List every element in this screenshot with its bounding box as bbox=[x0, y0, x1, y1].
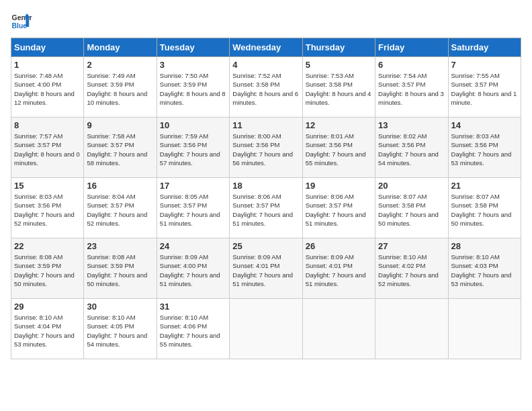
day-cell: 19 Sunrise: 8:06 AM Sunset: 3:57 PM Dayl… bbox=[302, 178, 375, 238]
sunrise-label: Sunrise: 7:55 AM bbox=[451, 72, 500, 79]
sunrise-label: Sunrise: 8:04 AM bbox=[87, 193, 135, 200]
daylight-label: Daylight: 7 hours and 58 minutes. bbox=[87, 150, 147, 167]
day-cell: 26 Sunrise: 8:09 AM Sunset: 4:01 PM Dayl… bbox=[302, 238, 375, 299]
day-cell: 6 Sunrise: 7:54 AM Sunset: 3:57 PM Dayli… bbox=[375, 57, 448, 118]
day-cell: 13 Sunrise: 8:02 AM Sunset: 3:56 PM Dayl… bbox=[375, 118, 448, 178]
day-number: 12 bbox=[306, 120, 372, 130]
sunrise-label: Sunrise: 8:10 AM bbox=[451, 253, 500, 261]
column-header-saturday: Saturday bbox=[448, 38, 521, 57]
daylight-label: Daylight: 8 hours and 12 minutes. bbox=[14, 90, 75, 106]
sunset-label: Sunset: 4:02 PM bbox=[378, 262, 425, 269]
sunset-label: Sunset: 3:57 PM bbox=[160, 201, 207, 209]
daylight-label: Daylight: 7 hours and 51 minutes. bbox=[232, 211, 293, 227]
day-cell: 1 Sunrise: 7:48 AM Sunset: 4:00 PM Dayli… bbox=[11, 57, 84, 118]
daylight-label: Daylight: 7 hours and 54 minutes. bbox=[87, 332, 147, 348]
day-cell: 20 Sunrise: 8:07 AM Sunset: 3:58 PM Dayl… bbox=[375, 178, 448, 238]
day-cell: 22 Sunrise: 8:08 AM Sunset: 3:59 PM Dayl… bbox=[11, 238, 84, 299]
day-cell: 24 Sunrise: 8:09 AM Sunset: 4:00 PM Dayl… bbox=[157, 238, 229, 299]
day-number: 14 bbox=[451, 120, 518, 130]
daylight-label: Daylight: 7 hours and 57 minutes. bbox=[160, 150, 220, 167]
daylight-label: Daylight: 8 hours and 3 minutes. bbox=[378, 90, 444, 106]
day-cell: 4 Sunrise: 7:52 AM Sunset: 3:58 PM Dayli… bbox=[230, 57, 302, 118]
day-cell: 31 Sunrise: 8:10 AM Sunset: 4:06 PM Dayl… bbox=[157, 299, 229, 359]
calendar-header: SundayMondayTuesdayWednesdayThursdayFrid… bbox=[11, 38, 521, 57]
day-info: Sunrise: 8:02 AM Sunset: 3:56 PM Dayligh… bbox=[378, 132, 445, 167]
day-info: Sunrise: 8:10 AM Sunset: 4:06 PM Dayligh… bbox=[160, 313, 226, 349]
day-number: 11 bbox=[232, 120, 299, 130]
column-header-friday: Friday bbox=[375, 38, 448, 57]
day-cell: 28 Sunrise: 8:10 AM Sunset: 4:03 PM Dayl… bbox=[448, 238, 521, 299]
column-header-wednesday: Wednesday bbox=[230, 38, 302, 57]
day-cell: 17 Sunrise: 8:05 AM Sunset: 3:57 PM Dayl… bbox=[157, 178, 229, 238]
day-info: Sunrise: 8:03 AM Sunset: 3:56 PM Dayligh… bbox=[14, 192, 81, 228]
day-cell: 12 Sunrise: 8:01 AM Sunset: 3:56 PM Dayl… bbox=[302, 118, 375, 178]
svg-text:General: General bbox=[12, 14, 32, 21]
sunset-label: Sunset: 3:58 PM bbox=[306, 81, 353, 88]
week-row-2: 8 Sunrise: 7:57 AM Sunset: 3:57 PM Dayli… bbox=[11, 118, 521, 178]
sunset-label: Sunset: 3:58 PM bbox=[232, 81, 279, 88]
day-cell: 27 Sunrise: 8:10 AM Sunset: 4:02 PM Dayl… bbox=[375, 238, 448, 299]
sunset-label: Sunset: 3:56 PM bbox=[14, 201, 61, 209]
sunset-label: Sunset: 3:56 PM bbox=[451, 141, 498, 148]
daylight-label: Daylight: 7 hours and 51 minutes. bbox=[306, 211, 366, 227]
sunrise-label: Sunrise: 8:09 AM bbox=[232, 253, 281, 261]
day-number: 28 bbox=[451, 241, 518, 251]
day-info: Sunrise: 7:52 AM Sunset: 3:58 PM Dayligh… bbox=[232, 71, 299, 107]
sunrise-label: Sunrise: 8:03 AM bbox=[14, 193, 62, 200]
sunset-label: Sunset: 3:57 PM bbox=[232, 201, 279, 209]
sunset-label: Sunset: 3:56 PM bbox=[160, 141, 207, 148]
daylight-label: Daylight: 7 hours and 55 minutes. bbox=[160, 332, 220, 348]
sunset-label: Sunset: 3:59 PM bbox=[160, 81, 207, 88]
daylight-label: Daylight: 7 hours and 51 minutes. bbox=[160, 271, 220, 287]
day-info: Sunrise: 8:10 AM Sunset: 4:03 PM Dayligh… bbox=[451, 253, 518, 288]
sunrise-label: Sunrise: 7:50 AM bbox=[160, 72, 208, 79]
sunrise-label: Sunrise: 8:00 AM bbox=[232, 132, 281, 140]
sunrise-label: Sunrise: 8:03 AM bbox=[451, 132, 500, 140]
daylight-label: Daylight: 7 hours and 51 minutes. bbox=[160, 211, 220, 227]
sunrise-label: Sunrise: 7:57 AM bbox=[14, 132, 62, 140]
day-cell: 2 Sunrise: 7:49 AM Sunset: 3:59 PM Dayli… bbox=[84, 57, 157, 118]
sunset-label: Sunset: 3:57 PM bbox=[14, 141, 61, 148]
sunset-label: Sunset: 4:00 PM bbox=[14, 81, 61, 88]
sunset-label: Sunset: 3:57 PM bbox=[87, 141, 134, 148]
sunset-label: Sunset: 4:00 PM bbox=[160, 262, 207, 269]
sunset-label: Sunset: 3:57 PM bbox=[306, 201, 353, 209]
day-info: Sunrise: 8:08 AM Sunset: 3:59 PM Dayligh… bbox=[14, 253, 81, 288]
day-number: 20 bbox=[378, 181, 445, 191]
column-header-thursday: Thursday bbox=[302, 38, 375, 57]
sunset-label: Sunset: 3:58 PM bbox=[378, 201, 425, 209]
week-row-3: 15 Sunrise: 8:03 AM Sunset: 3:56 PM Dayl… bbox=[11, 178, 521, 238]
sunrise-label: Sunrise: 8:10 AM bbox=[160, 314, 208, 321]
sunrise-label: Sunrise: 8:09 AM bbox=[306, 253, 354, 261]
day-cell: 30 Sunrise: 8:10 AM Sunset: 4:05 PM Dayl… bbox=[84, 299, 157, 359]
sunset-label: Sunset: 3:56 PM bbox=[232, 141, 279, 148]
sunset-label: Sunset: 3:59 PM bbox=[87, 81, 134, 88]
day-cell: 25 Sunrise: 8:09 AM Sunset: 4:01 PM Dayl… bbox=[230, 238, 302, 299]
sunset-label: Sunset: 4:03 PM bbox=[451, 262, 498, 269]
day-info: Sunrise: 8:06 AM Sunset: 3:57 PM Dayligh… bbox=[306, 192, 372, 228]
sunrise-label: Sunrise: 8:09 AM bbox=[160, 253, 208, 261]
day-cell: 18 Sunrise: 8:06 AM Sunset: 3:57 PM Dayl… bbox=[230, 178, 302, 238]
day-info: Sunrise: 7:57 AM Sunset: 3:57 PM Dayligh… bbox=[14, 132, 81, 167]
sunset-label: Sunset: 3:56 PM bbox=[306, 141, 353, 148]
day-info: Sunrise: 7:53 AM Sunset: 3:58 PM Dayligh… bbox=[306, 71, 372, 107]
day-number: 31 bbox=[160, 302, 226, 312]
sunrise-label: Sunrise: 8:01 AM bbox=[306, 132, 354, 140]
day-info: Sunrise: 8:08 AM Sunset: 3:59 PM Dayligh… bbox=[87, 253, 153, 288]
day-number: 2 bbox=[87, 60, 153, 70]
day-number: 25 bbox=[232, 241, 299, 251]
daylight-label: Daylight: 7 hours and 53 minutes. bbox=[451, 271, 512, 287]
day-info: Sunrise: 8:06 AM Sunset: 3:57 PM Dayligh… bbox=[232, 192, 299, 228]
daylight-label: Daylight: 8 hours and 6 minutes. bbox=[232, 90, 298, 106]
daylight-label: Daylight: 7 hours and 50 minutes. bbox=[87, 271, 147, 287]
day-info: Sunrise: 8:09 AM Sunset: 4:01 PM Dayligh… bbox=[306, 253, 372, 288]
day-number: 10 bbox=[160, 120, 226, 130]
day-info: Sunrise: 7:59 AM Sunset: 3:56 PM Dayligh… bbox=[160, 132, 226, 167]
day-info: Sunrise: 8:09 AM Sunset: 4:01 PM Dayligh… bbox=[232, 253, 299, 288]
daylight-label: Daylight: 7 hours and 53 minutes. bbox=[14, 332, 75, 348]
week-row-5: 29 Sunrise: 8:10 AM Sunset: 4:04 PM Dayl… bbox=[11, 299, 521, 359]
daylight-label: Daylight: 7 hours and 51 minutes. bbox=[306, 271, 366, 287]
day-info: Sunrise: 8:05 AM Sunset: 3:57 PM Dayligh… bbox=[160, 192, 226, 228]
day-number: 1 bbox=[14, 60, 81, 70]
daylight-label: Daylight: 8 hours and 4 minutes. bbox=[306, 90, 371, 106]
